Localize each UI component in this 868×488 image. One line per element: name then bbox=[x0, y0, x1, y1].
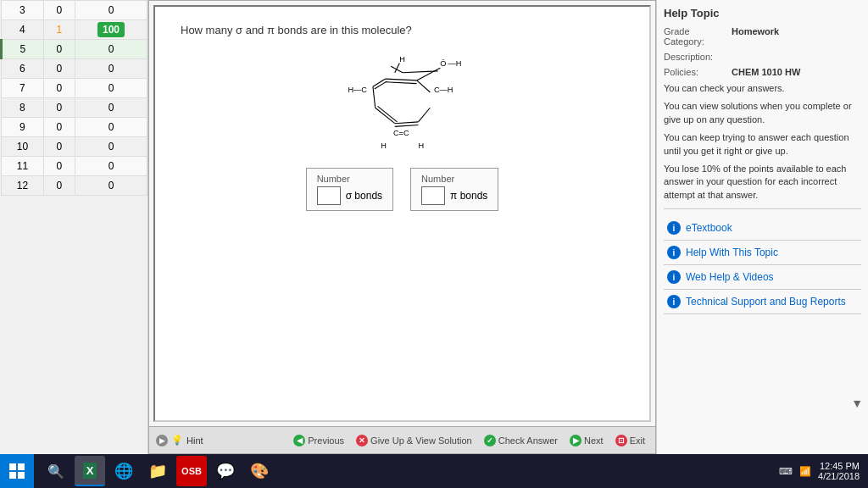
hint-icon: ▶ bbox=[156, 435, 168, 446]
taskbar-icon-folder[interactable]: 📁 bbox=[142, 456, 173, 486]
table-row: 0 bbox=[43, 1, 75, 20]
table-row: 0 bbox=[43, 118, 75, 137]
web-help-label: Web Help & Videos bbox=[686, 271, 774, 283]
previous-button[interactable]: ◀ Previous bbox=[290, 433, 348, 448]
hint-button[interactable]: ▶ 💡 Hint bbox=[156, 435, 203, 446]
table-row: 0 bbox=[75, 98, 147, 118]
next-button[interactable]: ▶ Next bbox=[566, 433, 607, 448]
table-row: 0 bbox=[75, 1, 147, 20]
table-row: 0 bbox=[75, 40, 147, 59]
sigma-label: σ bonds bbox=[346, 190, 382, 202]
table-row: 0 bbox=[75, 59, 147, 79]
table-row: 0 bbox=[43, 98, 75, 118]
policies-row: Policies: CHEM 1010 HW bbox=[664, 67, 861, 77]
svg-text:H—C: H—C bbox=[348, 86, 367, 94]
answer-boxes: Number σ bonds Number π bonds bbox=[181, 168, 624, 211]
molecule-diagram: H Ö —H H—C C—H C=C H H bbox=[318, 49, 487, 151]
web-help-link[interactable]: i Web Help & Videos bbox=[664, 265, 861, 290]
sigma-answer-box: Number σ bonds bbox=[306, 168, 393, 211]
svg-line-19 bbox=[394, 125, 418, 127]
svg-line-10 bbox=[372, 79, 385, 86]
taskbar-icon-excel[interactable]: X bbox=[75, 456, 105, 486]
grade-category-value: Homework bbox=[732, 26, 779, 47]
table-row: 0 bbox=[75, 157, 147, 176]
table-row: 7 bbox=[2, 79, 44, 98]
technical-support-label: Technical Support and Bug Reports bbox=[686, 296, 846, 308]
table-row: 0 bbox=[75, 79, 147, 98]
sigma-input[interactable] bbox=[317, 186, 341, 205]
svg-line-14 bbox=[416, 80, 430, 92]
table-row: 0 bbox=[75, 118, 147, 137]
taskbar-icon-search[interactable]: 🔍 bbox=[41, 456, 71, 486]
table-row: 4 bbox=[2, 20, 44, 40]
help-with-topic-label: Help With This Topic bbox=[686, 247, 778, 258]
svg-text:Ö: Ö bbox=[440, 59, 446, 68]
pi-answer-box: Number π bonds bbox=[410, 168, 498, 211]
taskbar-icon-osb[interactable]: OSB bbox=[176, 456, 207, 486]
help-topic-link[interactable]: i Help With This Topic bbox=[664, 241, 861, 265]
etextbook-icon: i bbox=[667, 221, 681, 235]
technical-support-icon: i bbox=[667, 295, 681, 308]
policies-value: CHEM 1010 HW bbox=[732, 67, 800, 77]
table-row: 0 bbox=[43, 40, 75, 59]
table-row: 0 bbox=[75, 137, 147, 157]
right-panel: Help Topic Grade Category: Homework Desc… bbox=[656, 0, 868, 454]
pi-label: π bonds bbox=[450, 190, 487, 202]
svg-text:C—H: C—H bbox=[433, 86, 453, 94]
svg-line-17 bbox=[377, 106, 397, 121]
technical-support-link[interactable]: i Technical Support and Bug Reports bbox=[664, 290, 861, 314]
table-row: 100 bbox=[75, 20, 147, 40]
policies-label: Policies: bbox=[664, 67, 732, 77]
taskbar: 🔍 X 🌐 📁 OSB 💬 🎨 ⌨ 📶 12:45 PM 4/21/2018 bbox=[0, 454, 868, 488]
table-row: 0 bbox=[43, 157, 75, 176]
svg-line-11 bbox=[374, 81, 387, 89]
table-row: 1 bbox=[43, 20, 75, 40]
table-row: 10 bbox=[2, 137, 44, 157]
hint-label: Hint bbox=[186, 435, 203, 446]
table-row: 5 bbox=[2, 40, 44, 59]
previous-icon: ◀ bbox=[293, 435, 305, 446]
taskbar-icon-chrome[interactable]: 🌐 bbox=[108, 456, 139, 486]
svg-line-16 bbox=[375, 108, 394, 123]
table-row: 0 bbox=[43, 59, 75, 79]
taskbar-icon-paint[interactable]: 🎨 bbox=[244, 456, 275, 486]
svg-text:—H: —H bbox=[448, 59, 461, 68]
table-row: 0 bbox=[43, 176, 75, 196]
help-topic-title: Help Topic bbox=[664, 7, 861, 19]
question-area: How many σ and π bonds are in this molec… bbox=[153, 5, 651, 422]
svg-line-15 bbox=[372, 86, 375, 108]
pi-number-label: Number bbox=[421, 174, 487, 184]
taskbar-icon-discord[interactable]: 💬 bbox=[210, 456, 241, 486]
start-button[interactable] bbox=[0, 454, 34, 488]
keyboard-icon: ⌨ bbox=[779, 466, 793, 477]
pi-input[interactable] bbox=[421, 186, 445, 205]
exit-button[interactable]: ⊡ Exit bbox=[612, 433, 648, 448]
giveup-button[interactable]: ✕ Give Up & View Solution bbox=[353, 433, 476, 448]
table-row: 0 bbox=[43, 137, 75, 157]
question-toolbar: ▶ 💡 Hint ◀ Previous ✕ Give Up & View Sol… bbox=[149, 426, 655, 453]
nav-buttons: ◀ Previous ✕ Give Up & View Solution ✓ C… bbox=[290, 433, 648, 448]
question-panel: How many σ and π bonds are in this molec… bbox=[148, 0, 656, 454]
table-row: 0 bbox=[75, 176, 147, 196]
web-help-icon: i bbox=[667, 270, 681, 284]
policy-text-4: You lose 10% of the points available to … bbox=[664, 163, 861, 202]
table-row: 6 bbox=[2, 59, 44, 79]
molecule-container: H Ö —H H—C C—H C=C H H bbox=[181, 49, 624, 151]
table-row: 11 bbox=[2, 157, 44, 176]
svg-line-13 bbox=[385, 82, 416, 84]
table-row: 8 bbox=[2, 98, 44, 118]
grade-table-panel: 30041100500600700800900100011001200 bbox=[0, 0, 148, 454]
grade-category-label: Grade Category: bbox=[664, 26, 732, 47]
svg-text:H: H bbox=[381, 141, 387, 150]
policy-text-2: You can view solutions when you complete… bbox=[664, 100, 861, 126]
etextbook-link[interactable]: i eTextbook bbox=[664, 216, 861, 241]
sigma-number-label: Number bbox=[317, 174, 382, 184]
grade-table: 30041100500600700800900100011001200 bbox=[0, 0, 147, 196]
svg-text:H: H bbox=[418, 141, 424, 150]
svg-text:C=C: C=C bbox=[392, 129, 409, 137]
svg-line-20 bbox=[418, 108, 430, 122]
description-label: Description: bbox=[664, 52, 732, 62]
svg-text:H: H bbox=[399, 55, 405, 64]
check-answer-button[interactable]: ✓ Check Answer bbox=[481, 433, 561, 448]
scroll-down-arrow[interactable]: ▼ bbox=[851, 396, 863, 410]
